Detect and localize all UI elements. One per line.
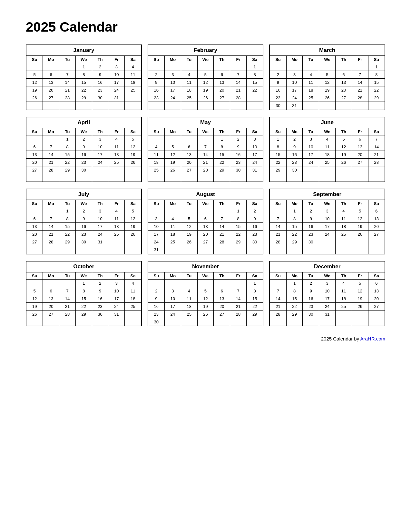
calendar-day: 7 xyxy=(214,215,230,223)
day-header: Tu xyxy=(181,200,197,207)
calendar-day: 22 xyxy=(368,86,385,94)
calendar-day: 18 xyxy=(108,151,125,158)
calendar-day: 6 xyxy=(26,215,43,223)
calendar-day: 30 xyxy=(92,310,108,318)
day-header: Tu xyxy=(181,128,197,135)
calendar-day: 15 xyxy=(214,151,230,158)
calendar-day: 20 xyxy=(368,223,385,231)
month-table-may: SuMoTuWeThFrSa12345678910111213141516171… xyxy=(148,128,263,182)
calendar-day: 24 xyxy=(92,158,108,166)
calendar-day xyxy=(352,166,368,174)
calendar-day: 10 xyxy=(108,287,125,295)
calendar-day: 17 xyxy=(319,223,336,231)
calendar-day: 30 xyxy=(286,166,303,174)
day-header: Fr xyxy=(108,56,125,63)
day-header: Sa xyxy=(246,272,263,280)
calendar-day xyxy=(108,166,125,174)
calendar-day: 1 xyxy=(246,63,263,71)
calendar-day xyxy=(148,174,165,182)
calendar-day: 3 xyxy=(303,135,319,143)
calendar-day xyxy=(164,135,181,143)
calendar-day xyxy=(230,174,247,182)
calendar-day: 10 xyxy=(108,71,125,79)
month-header-march: March xyxy=(270,45,385,56)
calendar-day: 9 xyxy=(303,215,319,223)
calendar-day: 26 xyxy=(352,302,368,310)
calendar-day: 20 xyxy=(214,302,230,310)
day-header: Th xyxy=(214,272,230,280)
day-header: Th xyxy=(336,272,352,280)
calendar-day xyxy=(319,246,336,254)
calendar-day xyxy=(125,246,141,254)
calendar-day: 5 xyxy=(181,215,197,223)
calendar-day: 23 xyxy=(75,158,92,166)
day-header: Fr xyxy=(352,128,368,135)
calendar-day xyxy=(197,318,214,326)
calendar-day: 18 xyxy=(164,231,181,238)
month-header-may: May xyxy=(148,117,263,128)
calendar-day xyxy=(352,246,368,254)
calendar-day: 8 xyxy=(230,215,247,223)
day-header: Tu xyxy=(59,272,76,280)
day-header: Mo xyxy=(164,200,181,207)
calendar-day: 19 xyxy=(26,302,43,310)
calendar-day: 3 xyxy=(164,287,181,295)
calendar-day xyxy=(197,207,214,215)
day-header: Sa xyxy=(246,128,263,135)
day-header: Su xyxy=(148,272,165,280)
day-header: Fr xyxy=(108,272,125,280)
day-header: Sa xyxy=(125,200,141,207)
calendar-day xyxy=(352,318,368,326)
calendar-day: 20 xyxy=(43,86,59,94)
calendar-day: 8 xyxy=(214,143,230,151)
calendar-day xyxy=(197,102,214,110)
calendar-day: 24 xyxy=(108,86,125,94)
calendar-day: 14 xyxy=(368,143,385,151)
calendar-day: 21 xyxy=(352,86,368,94)
month-june: JuneSuMoTuWeThFrSa1234567891011121314151… xyxy=(269,117,385,182)
calendar-day: 17 xyxy=(246,151,263,158)
calendar-day: 26 xyxy=(164,166,181,174)
calendar-day: 31 xyxy=(92,238,108,246)
calendar-day xyxy=(303,102,319,110)
calendar-day: 5 xyxy=(319,71,336,79)
calendar-day xyxy=(286,318,303,326)
calendar-day: 2 xyxy=(230,135,247,143)
day-header: Th xyxy=(336,128,352,135)
calendar-day: 23 xyxy=(303,231,319,238)
calendar-day xyxy=(197,63,214,71)
day-header: Sa xyxy=(368,200,385,207)
calendar-day xyxy=(230,63,247,71)
day-header: We xyxy=(319,200,336,207)
calendar-day: 31 xyxy=(108,94,125,102)
calendar-day: 7 xyxy=(43,143,59,151)
month-january: JanuarySuMoTuWeThFrSa1234567891011121314… xyxy=(26,44,142,110)
day-header: Mo xyxy=(286,272,303,280)
calendar-day: 20 xyxy=(26,158,43,166)
day-header: Th xyxy=(92,272,108,280)
calendar-day: 24 xyxy=(108,302,125,310)
calendar-day: 10 xyxy=(246,143,263,151)
calendar-day: 6 xyxy=(336,71,352,79)
calendar-day: 8 xyxy=(246,71,263,79)
calendar-day: 25 xyxy=(125,302,141,310)
month-header-april: April xyxy=(26,117,141,128)
calendar-day xyxy=(43,63,59,71)
calendar-day: 29 xyxy=(214,166,230,174)
calendar-day: 1 xyxy=(270,135,286,143)
calendar-day xyxy=(26,318,43,326)
calendar-day xyxy=(108,238,125,246)
calendar-day: 5 xyxy=(125,207,141,215)
calendar-day xyxy=(214,63,230,71)
calendar-day: 16 xyxy=(303,295,319,302)
calendar-day xyxy=(303,166,319,174)
calendar-day: 25 xyxy=(319,158,336,166)
footer-link[interactable]: AraHR.com xyxy=(360,336,385,341)
month-header-september: September xyxy=(270,189,385,200)
calendar-day xyxy=(108,246,125,254)
calendar-day xyxy=(303,318,319,326)
calendar-day xyxy=(43,102,59,110)
calendar-day xyxy=(181,174,197,182)
calendar-day: 4 xyxy=(148,143,165,151)
calendar-day: 6 xyxy=(368,207,385,215)
